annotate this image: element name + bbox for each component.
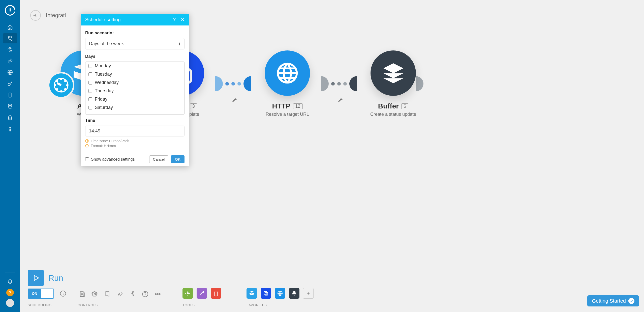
add-favorite[interactable]: + xyxy=(303,288,314,299)
day-checkbox[interactable]: Friday xyxy=(85,95,184,103)
ok-button[interactable]: OK xyxy=(171,155,185,163)
svg-point-14 xyxy=(67,84,68,86)
close-icon[interactable]: ✕ xyxy=(181,17,185,22)
notes-icon[interactable] xyxy=(103,290,112,299)
svg-point-28 xyxy=(187,292,189,294)
timezone-hint: Time zone: Europe/Paris xyxy=(91,139,130,143)
nav-keys-icon[interactable] xyxy=(3,79,17,89)
format-hint: Format: HH:mm xyxy=(91,144,116,148)
nav-help[interactable]: ? xyxy=(3,288,17,298)
section-label: SCHEDULING xyxy=(28,303,68,307)
wrench-icon[interactable] xyxy=(232,98,237,104)
nav-scenarios[interactable] xyxy=(3,33,17,43)
connector xyxy=(320,76,360,91)
node-http[interactable]: HTTP12 Resolve a target URL xyxy=(255,50,320,117)
run-scenario-label: Run scenario: xyxy=(85,31,185,36)
svg-point-12 xyxy=(60,91,62,92)
svg-point-7 xyxy=(10,127,11,128)
save-icon[interactable] xyxy=(78,290,87,299)
nav-devices-icon[interactable] xyxy=(3,90,17,100)
schedule-icon[interactable] xyxy=(58,289,68,298)
run-scenario-select[interactable]: Days of the week ▲▼ xyxy=(85,38,185,49)
help-icon[interactable] xyxy=(141,290,150,299)
getting-started-button[interactable]: Getting Started xyxy=(587,295,639,306)
svg-rect-30 xyxy=(265,292,268,295)
run-button[interactable] xyxy=(28,270,44,286)
node-title: HTTP xyxy=(272,102,290,110)
day-checkbox[interactable]: Thursday xyxy=(85,87,184,95)
svg-point-13 xyxy=(54,84,55,86)
modal-title: Schedule setting xyxy=(85,17,121,22)
svg-point-17 xyxy=(65,89,66,90)
nav-templates[interactable] xyxy=(3,45,17,55)
nav-connections-icon[interactable] xyxy=(3,56,17,66)
settings-icon[interactable] xyxy=(90,290,99,299)
svg-point-25 xyxy=(155,294,156,295)
time-label: Time xyxy=(85,118,185,123)
fav-http[interactable] xyxy=(275,288,285,299)
clock-icon xyxy=(48,72,74,98)
nav-data-icon[interactable] xyxy=(3,101,17,111)
nav-apps-icon[interactable] xyxy=(3,113,17,123)
node-subtitle: Resolve a target URL xyxy=(266,112,309,117)
wrench-icon[interactable] xyxy=(338,98,343,104)
node-badge: 3 xyxy=(190,103,197,109)
sidebar: ? xyxy=(0,0,20,312)
svg-point-15 xyxy=(65,80,66,81)
auto-align-icon[interactable] xyxy=(115,290,125,299)
connector xyxy=(214,76,255,91)
svg-point-11 xyxy=(60,78,62,79)
days-label: Days xyxy=(85,54,185,59)
schedule-modal: Schedule setting ? ✕ Run scenario: Days … xyxy=(81,14,189,166)
day-checkbox[interactable]: Saturday xyxy=(85,103,184,112)
cancel-button[interactable]: Cancel xyxy=(149,155,169,163)
check-icon xyxy=(628,298,634,304)
section-label: CONTROLS xyxy=(78,303,162,307)
nav-notifications-icon[interactable] xyxy=(3,276,17,286)
svg-point-4 xyxy=(8,83,10,86)
tool-tools[interactable] xyxy=(197,288,207,299)
svg-point-23 xyxy=(94,293,96,295)
getting-started-label: Getting Started xyxy=(592,298,626,304)
svg-point-6 xyxy=(8,104,12,106)
fav-airtable[interactable] xyxy=(247,288,257,299)
nav-more-icon[interactable] xyxy=(3,124,17,134)
day-checkbox[interactable]: Monday xyxy=(85,62,184,70)
help-icon[interactable]: ? xyxy=(173,17,176,22)
globe-icon xyxy=(85,139,89,143)
fav-buffer[interactable] xyxy=(289,288,299,299)
tool-flow[interactable] xyxy=(182,288,193,299)
back-button[interactable] xyxy=(30,10,41,21)
bottom-bar: Run ON SCHEDULING CONTROLS xyxy=(20,266,644,312)
svg-point-18 xyxy=(56,80,57,81)
select-value: Days of the week xyxy=(89,41,124,46)
breadcrumb: Integrati xyxy=(46,12,66,19)
dropdown-icon: ▲▼ xyxy=(178,42,181,45)
svg-point-9 xyxy=(10,130,11,131)
days-list[interactable]: Monday Tuesday Wednesday Thursday Friday… xyxy=(85,62,185,115)
svg-point-8 xyxy=(10,129,11,130)
main-area: Integrati Airt Watch yssale3 xyxy=(20,0,644,312)
svg-point-2 xyxy=(11,36,12,38)
tool-text[interactable]: [·] xyxy=(211,288,221,299)
explain-icon[interactable] xyxy=(128,290,137,299)
clock-icon xyxy=(85,144,89,148)
node-badge: 6 xyxy=(401,103,408,109)
advanced-settings-checkbox[interactable]: Show advanced settings xyxy=(85,157,135,162)
fav-abyssale[interactable] xyxy=(261,288,271,299)
scheduling-toggle[interactable]: ON xyxy=(28,289,54,299)
svg-point-16 xyxy=(56,89,57,90)
run-label: Run xyxy=(48,273,63,283)
svg-point-27 xyxy=(159,294,160,295)
nav-webhooks-icon[interactable] xyxy=(3,67,17,77)
user-avatar[interactable] xyxy=(6,299,14,307)
day-checkbox[interactable]: Tuesday xyxy=(85,70,184,78)
time-input[interactable] xyxy=(85,126,185,136)
nav-home[interactable] xyxy=(3,22,17,32)
day-checkbox[interactable]: Wednesday xyxy=(85,78,184,87)
svg-point-1 xyxy=(11,39,12,41)
node-badge: 12 xyxy=(293,103,303,109)
section-label: TOOLS xyxy=(182,303,221,307)
more-icon[interactable] xyxy=(153,290,162,299)
node-buffer[interactable]: Buffer6 Create a status update xyxy=(360,50,426,117)
